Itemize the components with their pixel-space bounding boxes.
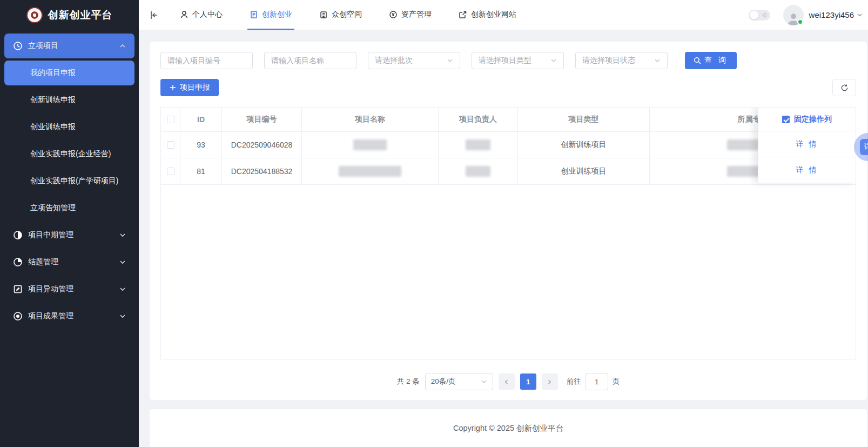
top-nav: 个人中心 创新创业 众创空间 资产管理 xyxy=(178,0,541,30)
table-toolbar: 项目申报 xyxy=(160,79,856,96)
table-row: 81 DC202504188532 创业训练项目 xyxy=(161,158,856,185)
main-content: 请选择批次 请选择项目类型 请选择项目状态 xyxy=(139,31,868,447)
sidebar-group-conclusion[interactable]: 结题管理 xyxy=(4,250,134,275)
target-icon xyxy=(13,311,23,321)
building-icon xyxy=(319,10,328,19)
cell-type: 创业训练项目 xyxy=(518,158,650,184)
username: wei123yi456 xyxy=(809,10,854,19)
sidebar-item-practice-industry[interactable]: 创业实践申报(产学研项目) xyxy=(4,169,134,194)
tab-asset-manage[interactable]: 资产管理 xyxy=(387,0,434,30)
chevron-down-icon xyxy=(654,57,661,64)
edit-square-icon xyxy=(13,284,23,294)
col-leader: 项目负责人 xyxy=(439,108,518,131)
sidebar-item-my-declare[interactable]: 我的项目申报 xyxy=(4,61,134,85)
chevron-down-icon xyxy=(119,232,126,238)
filter-bar: 请选择批次 请选择项目类型 请选择项目状态 xyxy=(160,52,856,69)
sidebar-menu: 立项项目 我的项目申报 创新训练申报 创业训练申报 创业实践申报(企业经营) 创… xyxy=(0,30,139,332)
cell-code: DC202504188532 xyxy=(222,158,302,184)
col-name: 项目名称 xyxy=(302,108,439,131)
user-menu[interactable]: wei123yi456 xyxy=(809,10,863,19)
project-status-select[interactable]: 请选择项目状态 xyxy=(575,52,668,69)
cell-type: 创新训练项目 xyxy=(518,132,650,158)
online-status-dot xyxy=(797,19,803,25)
fixed-column-header: 固定操作列 xyxy=(758,108,856,131)
tab-website[interactable]: 创新创业网站 xyxy=(456,0,519,30)
footer: Copyright © 2025 创新创业平台 xyxy=(150,409,867,447)
declare-project-button[interactable]: 项目申报 xyxy=(160,79,219,96)
chevron-down-icon xyxy=(550,57,557,64)
sidebar-group-change[interactable]: 项目异动管理 xyxy=(4,277,134,302)
sidebar-group-achievement[interactable]: 项目成果管理 xyxy=(4,304,134,329)
projects-table: ID 项目编号 项目名称 项目负责人 项目类型 所属专业 93 DC202509… xyxy=(160,107,856,359)
next-page-button[interactable] xyxy=(542,373,558,390)
page-size-select[interactable]: 20条/页 xyxy=(425,373,493,390)
col-id: ID xyxy=(180,108,222,131)
sidebar-item-venture-training[interactable]: 创业训练申报 xyxy=(4,115,134,139)
clock-icon xyxy=(13,41,23,51)
tab-maker-space[interactable]: 众创空间 xyxy=(317,0,364,30)
goto-page-input[interactable] xyxy=(586,373,608,390)
chevron-up-icon xyxy=(119,43,126,49)
detail-badge: 详 xyxy=(860,139,868,155)
tab-personal-center[interactable]: 个人中心 xyxy=(178,0,225,30)
app-title: 创新创业平台 xyxy=(48,8,113,22)
refresh-button[interactable] xyxy=(832,79,856,96)
project-name-field[interactable] xyxy=(264,52,356,69)
project-name-input[interactable] xyxy=(271,56,349,65)
project-type-select[interactable]: 请选择项目类型 xyxy=(472,52,564,69)
pie-icon xyxy=(13,257,23,267)
fold-sidebar-icon[interactable] xyxy=(150,10,159,20)
sidebar-group-midterm[interactable]: 项目中期管理 xyxy=(4,223,134,248)
total-count: 共 2 条 xyxy=(397,377,420,386)
plus-icon xyxy=(169,84,177,91)
app-logo-icon xyxy=(26,7,43,23)
project-no-field[interactable] xyxy=(160,52,253,69)
external-link-icon xyxy=(459,10,467,19)
brand: 创新创业平台 xyxy=(0,0,139,30)
toggle-knob-icon xyxy=(750,11,758,19)
goto-page: 前往 页 xyxy=(567,373,620,390)
col-code: 项目编号 xyxy=(222,108,302,131)
table-header-row: ID 项目编号 项目名称 项目负责人 项目类型 所属专业 xyxy=(161,108,856,132)
copyright-text: Copyright © 2025 创新创业平台 xyxy=(453,423,563,433)
sidebar: 创新创业平台 立项项目 我的项目申报 创新训练申报 创业训练申报 创业实践申报(… xyxy=(0,0,139,447)
sidebar-item-notice-manage[interactable]: 立项告知管理 xyxy=(4,196,134,221)
fix-column-label: 固定操作列 xyxy=(794,115,832,124)
table-row: 93 DC202509046028 创新训练项目 xyxy=(161,132,856,158)
col-type: 项目类型 xyxy=(518,108,650,131)
cell-leader-redacted xyxy=(439,158,518,184)
projects-card: 请选择批次 请选择项目类型 请选择项目状态 xyxy=(150,42,867,400)
detail-link[interactable]: 详 情 xyxy=(796,139,818,149)
refresh-icon xyxy=(840,84,849,92)
cell-name-redacted xyxy=(302,158,439,184)
cell-name-redacted xyxy=(302,132,439,158)
project-no-input[interactable] xyxy=(167,56,246,65)
topbar: 个人中心 创新创业 众创空间 资产管理 xyxy=(139,0,868,30)
theme-toggle[interactable] xyxy=(749,10,770,21)
sidebar-item-practice-enterprise[interactable]: 创业实践申报(企业经营) xyxy=(4,142,134,166)
pagination: 共 2 条 20条/页 1 前往 页 xyxy=(160,373,856,390)
user-icon xyxy=(180,10,189,19)
search-button[interactable]: 查 询 xyxy=(685,52,737,69)
chevron-down-icon xyxy=(119,286,126,292)
page-number-button[interactable]: 1 xyxy=(520,373,536,390)
batch-select[interactable]: 请选择批次 xyxy=(368,52,460,69)
fix-column-checkbox[interactable] xyxy=(782,116,790,123)
chevron-down-icon xyxy=(481,378,487,385)
cell-id: 81 xyxy=(180,158,222,184)
detail-link[interactable]: 详 情 xyxy=(796,165,818,175)
prev-page-button[interactable] xyxy=(499,373,515,390)
tab-innovation[interactable]: 创新创业 xyxy=(247,0,294,30)
half-circle-icon xyxy=(13,230,23,240)
asset-icon xyxy=(389,10,398,19)
row-checkbox[interactable] xyxy=(167,168,174,175)
sidebar-group-lixiang[interactable]: 立项项目 xyxy=(4,34,134,58)
cell-leader-redacted xyxy=(439,132,518,158)
avatar[interactable] xyxy=(783,5,804,25)
document-icon xyxy=(250,10,258,19)
row-checkbox[interactable] xyxy=(167,141,174,149)
topbar-right: wei123yi456 xyxy=(749,5,863,25)
cell-id: 93 xyxy=(180,132,222,158)
sidebar-item-innovation-training[interactable]: 创新训练申报 xyxy=(4,88,134,112)
select-all-checkbox[interactable] xyxy=(167,116,174,123)
